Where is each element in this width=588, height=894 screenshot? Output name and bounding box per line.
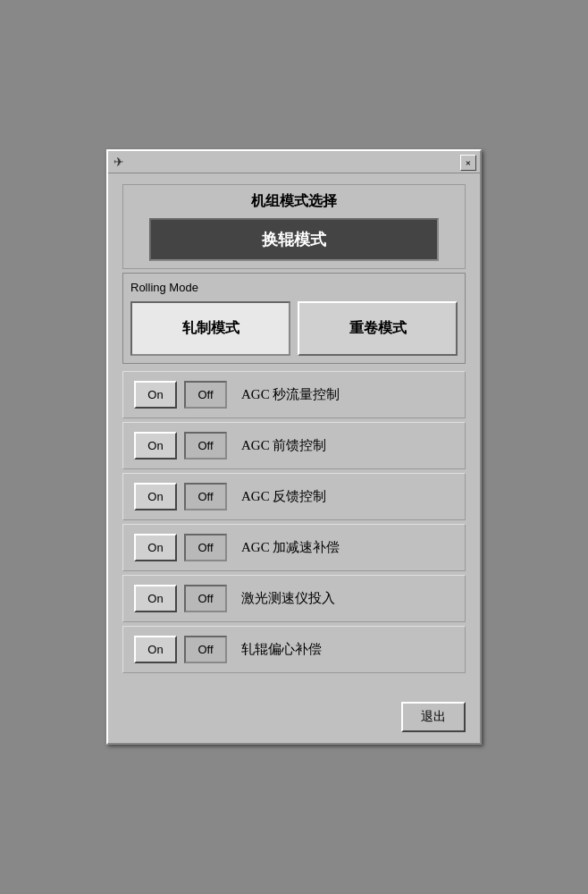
rolling-mode-group: Rolling Mode 轧制模式 重卷模式	[122, 273, 466, 364]
off-button-agc-flow[interactable]: Off	[184, 381, 227, 409]
off-button-roll-eccentric[interactable]: Off	[184, 636, 227, 663]
rolling-mode-label: Rolling Mode	[130, 281, 458, 294]
on-button-agc-accel[interactable]: On	[134, 534, 177, 561]
exit-button[interactable]: 退出	[401, 702, 466, 732]
on-button-agc-feedback[interactable]: On	[134, 483, 177, 510]
rolling-mode-btn[interactable]: 轧制模式	[130, 301, 290, 356]
control-row-agc-flow: OnOffAGC 秒流量控制	[122, 371, 466, 418]
control-row-agc-accel: OnOffAGC 加减速补偿	[122, 524, 466, 571]
control-label-roll-eccentric: 轧辊偏心补偿	[241, 641, 322, 658]
rewind-mode-btn[interactable]: 重卷模式	[298, 301, 458, 356]
control-label-agc-feedforward: AGC 前馈控制	[241, 437, 326, 454]
mode-button[interactable]: 换辊模式	[149, 218, 440, 261]
off-button-laser-speed[interactable]: Off	[184, 585, 227, 612]
off-button-agc-accel[interactable]: Off	[184, 534, 227, 561]
off-button-agc-feedback[interactable]: Off	[184, 483, 227, 510]
control-row-agc-feedback: OnOffAGC 反馈控制	[122, 473, 466, 520]
on-button-roll-eccentric[interactable]: On	[134, 636, 177, 663]
control-label-agc-flow: AGC 秒流量控制	[241, 386, 340, 403]
content-area: 机组模式选择 换辊模式 Rolling Mode 轧制模式 重卷模式 OnOff…	[108, 173, 480, 691]
on-button-agc-feedforward[interactable]: On	[134, 432, 177, 460]
window-icon: ✈	[113, 155, 124, 170]
rolling-mode-buttons: 轧制模式 重卷模式	[130, 301, 458, 356]
on-button-agc-flow[interactable]: On	[134, 381, 177, 409]
control-label-agc-feedback: AGC 反馈控制	[241, 488, 326, 505]
control-row-laser-speed: OnOff激光测速仪投入	[122, 575, 466, 622]
title-bar: ✈ ×	[108, 151, 480, 173]
control-row-agc-feedforward: OnOffAGC 前馈控制	[122, 422, 466, 469]
main-window: ✈ × 机组模式选择 换辊模式 Rolling Mode 轧制模式 重卷模式 O…	[106, 149, 482, 745]
control-row-roll-eccentric: OnOff轧辊偏心补偿	[122, 626, 466, 673]
control-rows: OnOffAGC 秒流量控制OnOffAGC 前馈控制OnOffAGC 反馈控制…	[122, 371, 466, 673]
control-label-laser-speed: 激光测速仪投入	[241, 590, 335, 607]
main-title: 机组模式选择	[123, 192, 465, 211]
on-button-laser-speed[interactable]: On	[134, 585, 177, 612]
title-box: 机组模式选择 换辊模式	[122, 184, 466, 269]
footer: 退出	[108, 691, 480, 743]
off-button-agc-feedforward[interactable]: Off	[184, 432, 227, 460]
control-label-agc-accel: AGC 加减速补偿	[241, 539, 340, 556]
close-button[interactable]: ×	[460, 155, 476, 171]
